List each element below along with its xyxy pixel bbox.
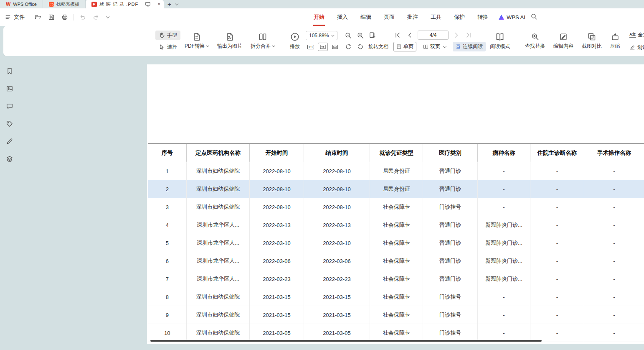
zoom-group: 105.88% 1:1 [306,31,340,51]
continuous-reading-label: 连续阅读 [463,43,483,50]
table-cell: 深圳市龙华区人... [186,216,250,234]
table-cell: 深圳市妇幼保健院 [186,198,250,216]
table-cell: 2022-03-13 [250,216,304,234]
window-tab-bar: W WPS Office 找稻壳模板 P 就 医 记 录 .PDF × + [0,0,644,8]
edit-content-button[interactable]: 编辑内容 [549,28,578,54]
table-cell: 2021-03-05 [304,324,370,342]
page-jump-button[interactable] [368,31,377,40]
table-cell: 社会保障卡 [370,288,423,306]
rotate-left-button[interactable] [344,43,352,51]
wps-ai-button[interactable]: WPS AI [499,8,525,26]
zoom-level-select[interactable]: 105.88% [306,31,337,40]
menu-tab-开始[interactable]: 开始 [307,8,331,26]
table-cell: - [584,306,644,324]
table-cell: 深圳市妇幼保健院 [186,324,250,342]
zoom-in-button[interactable] [356,31,365,40]
table-cell: 深圳市龙华区人... [186,252,250,270]
rotate-right-button[interactable] [356,43,365,51]
tab-list-chevron-icon[interactable] [175,2,178,5]
single-page-button[interactable]: 单页 [393,42,416,51]
display-icon[interactable] [145,1,151,7]
divider [74,14,74,20]
cursor-icon [159,44,165,50]
table-cell: - [477,324,530,342]
rotate-doc-label[interactable]: 旋转文档 [368,43,388,50]
table-cell: 普通门诊 [423,270,478,288]
hand-tool-button[interactable]: 手型 [155,31,180,40]
table-cell: - [584,162,644,180]
fit-width-button[interactable] [318,43,328,51]
fit-page-button[interactable] [330,43,340,51]
tab-wps-office[interactable]: W WPS Office [0,0,43,8]
actual-size-button[interactable]: 1:1 [306,43,316,51]
tab-docer-templates[interactable]: 找稻壳模板 [43,0,86,8]
print-icon[interactable] [60,13,69,22]
save-icon[interactable] [47,13,56,22]
compress-button[interactable]: 压缩 [606,28,624,54]
table-cell: - [477,198,530,216]
table-cell: 4 [148,216,186,234]
select-tool-label: 选择 [167,43,177,51]
menu-tab-保护[interactable]: 保护 [448,8,471,26]
continuous-reading-button[interactable]: 连续阅读 [453,42,486,51]
redo-icon[interactable] [91,13,101,22]
split-merge-button[interactable]: 拆分合并 [246,28,279,54]
table-cell: - [584,270,644,288]
read-mode-button[interactable]: 阅读模式 [486,28,514,54]
tags-icon[interactable] [5,120,14,128]
layers-icon[interactable] [5,155,14,163]
annotate-pen-icon[interactable] [5,137,14,146]
page-number-input[interactable]: 4/4 [418,31,449,40]
table-cell: 社会保障卡 [370,216,423,234]
table-cell: - [584,216,644,234]
prev-page-button[interactable] [406,31,414,39]
column-header: 医疗类别 [423,144,478,162]
play-button[interactable]: 播放 [286,28,304,54]
export-image-button[interactable]: 输出为图片 [213,28,246,54]
search-icon[interactable] [530,13,538,22]
last-page-icon [465,32,472,38]
open-file-icon[interactable] [33,13,43,22]
table-cell: 社会保障卡 [370,234,423,252]
table-cell: 门诊挂号 [423,324,478,342]
word-translation-button[interactable]: 划词翻译 [626,43,644,52]
select-tool-button[interactable]: 选择 [155,42,180,52]
menu-tab-转换[interactable]: 转换 [471,8,494,26]
table-cell: 新冠肺炎门诊... [477,234,530,252]
table-row: 2深圳市妇幼保健院2022-08-102022-08-10居民身份证普通门诊--… [148,180,644,198]
zoom-out-button[interactable] [344,31,352,40]
comments-icon[interactable] [5,102,14,110]
table-cell: - [530,324,584,342]
table-cell: 深圳市妇幼保健院 [186,306,250,324]
thumbnails-icon[interactable] [5,84,14,93]
menu-tab-页面[interactable]: 页面 [378,8,401,26]
menu-tab-插入[interactable]: 插入 [331,8,354,26]
double-page-button[interactable]: 双页 [420,42,449,51]
table-cell: 深圳市妇幼保健院 [186,162,250,180]
menu-tab-批注[interactable]: 批注 [401,8,424,26]
table-cell: 深圳市妇幼保健院 [186,288,250,306]
undo-icon[interactable] [78,13,87,22]
menu-tab-编辑[interactable]: 编辑 [354,8,378,26]
file-menu-button[interactable]: 文件 [5,13,25,21]
menu-tab-工具[interactable]: 工具 [424,8,448,26]
undo-history-chevron-icon[interactable] [106,15,109,18]
full-translation-button[interactable]: A文 全文翻译 [626,30,644,40]
new-tab-button[interactable]: + [164,0,175,8]
last-page-button[interactable] [464,31,473,39]
column-header: 就诊凭证类型 [370,144,423,162]
rotate-right-icon [357,43,364,50]
next-page-button[interactable] [452,31,461,39]
horizontal-scrollbar[interactable] [150,340,542,342]
close-tab-icon[interactable]: × [157,1,160,7]
table-cell: 10 [148,324,186,342]
pdf-convert-button[interactable]: PDF转换 [180,28,213,54]
screenshot-compare-button[interactable]: 截图对比 [578,28,606,54]
find-replace-button[interactable]: 查找替换 [521,28,549,54]
bookmarks-icon[interactable] [5,67,14,75]
first-page-button[interactable] [393,31,402,39]
double-page-icon [423,44,428,49]
column-header: 住院主诊断名称 [530,144,584,162]
tab-document[interactable]: P 就 医 记 录 .PDF × [86,0,164,8]
table-row: 9深圳市妇幼保健院2021-03-152021-03-15社会保障卡门诊挂号--… [148,306,644,324]
